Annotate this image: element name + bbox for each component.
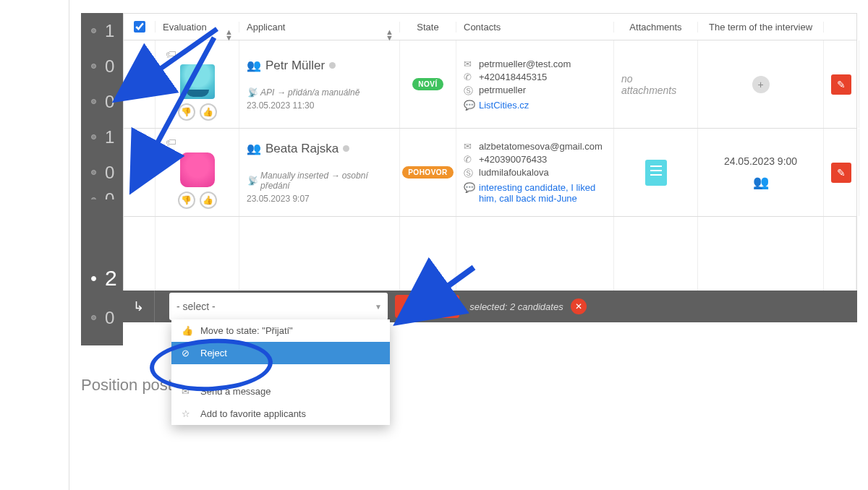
- chevron-right-icon: ›: [446, 301, 450, 312]
- table-row: 🏷 👎 👍 👥 Beata Rajska 📡Manu: [123, 129, 857, 217]
- edit-button[interactable]: ✎: [831, 163, 851, 183]
- stage-count: 0: [105, 92, 114, 112]
- applicant-source: Manually inserted → osobní předání: [260, 171, 392, 191]
- th-contacts: Contacts: [464, 22, 501, 33]
- applicant-date: 23.05.2023 11:30: [247, 100, 392, 111]
- bulk-action-bar: ↳ - select - ▼ Execute › selected: 2 can…: [123, 291, 857, 322]
- applicant-source: API → přidán/a manuálně: [260, 87, 359, 98]
- avatar[interactable]: [180, 152, 215, 187]
- contact-phone[interactable]: +420390076433: [479, 154, 547, 165]
- stage-count: 0: [105, 308, 114, 328]
- tag-icon[interactable]: 🏷: [166, 136, 176, 148]
- state-badge: NOVÍ: [412, 78, 443, 90]
- add-interview-button[interactable]: +: [752, 76, 770, 93]
- avatar[interactable]: [180, 64, 215, 99]
- edit-button[interactable]: ✎: [831, 74, 851, 95]
- skype-icon: Ⓢ: [464, 167, 475, 180]
- people-icon: 👥: [247, 142, 261, 155]
- applicant-date: 23.05.2023 9:07: [247, 194, 392, 204]
- phone-icon: ✆: [464, 154, 475, 165]
- row-checkbox[interactable]: [134, 79, 145, 90]
- chevron-down-icon: ▼: [375, 303, 382, 311]
- stage-item[interactable]: 0: [81, 155, 123, 190]
- contact-skype[interactable]: petrmueller: [479, 85, 526, 95]
- thumbs-up-icon: 👍: [182, 325, 193, 336]
- dropdown-option[interactable]: ☆ Add to favorite applicants: [171, 403, 390, 425]
- state-badge: POHOVOR: [402, 166, 454, 179]
- thumbs-down-icon[interactable]: 👎: [178, 192, 195, 209]
- option-label: Add to favorite applicants: [200, 408, 306, 419]
- stage-item[interactable]: 0: [81, 84, 123, 119]
- contact-note[interactable]: interesting candidate, I liked him, call…: [479, 182, 606, 204]
- th-evaluation[interactable]: Evaluation: [163, 22, 207, 33]
- contact-note[interactable]: ListCities.cz: [479, 100, 529, 111]
- thumbs-down-icon[interactable]: 👎: [178, 103, 195, 121]
- envelope-icon: ✉: [464, 141, 475, 152]
- th-applicant[interactable]: Applicant: [247, 22, 285, 33]
- rss-icon: 📡: [247, 87, 258, 98]
- attachment-doc-icon[interactable]: [645, 160, 667, 186]
- contact-email[interactable]: petrmueller@test.com: [479, 59, 571, 69]
- phone-icon: ✆: [464, 72, 475, 82]
- contact-email[interactable]: alzbetatomesova@gmail.com: [479, 141, 603, 152]
- select-all-checkbox[interactable]: [134, 21, 145, 33]
- stage-count: 1: [105, 127, 114, 147]
- star-icon: ☆: [182, 408, 193, 419]
- people-icon: 👥: [247, 59, 261, 72]
- tag-icon[interactable]: 🏷: [166, 48, 176, 60]
- stage-item[interactable]: 1: [81, 119, 123, 155]
- th-attachments: Attachments: [629, 22, 681, 33]
- comment-icon: 💬: [464, 182, 475, 193]
- bulk-action-select[interactable]: - select - ▼: [169, 293, 388, 320]
- dropdown-option[interactable]: 👍 Move to state: "Přijatí": [171, 319, 390, 342]
- contact-skype[interactable]: ludmilafoukalova: [479, 167, 549, 178]
- skype-icon: Ⓢ: [464, 85, 475, 98]
- stage-count: 0: [105, 163, 114, 183]
- stage-count: 0: [105, 56, 114, 77]
- table-header-row: Evaluation▲▼ Applicant▲▼ State Contacts …: [123, 13, 857, 40]
- left-gutter: [0, 0, 69, 490]
- thumbs-up-icon[interactable]: 👍: [200, 103, 217, 121]
- applicant-name[interactable]: Petr Müller: [265, 59, 325, 73]
- stage-item[interactable]: 0: [81, 48, 123, 84]
- option-label: Move to state: "Přijatí": [200, 325, 293, 336]
- th-state: State: [417, 22, 438, 33]
- attachments-none: no attachments: [621, 73, 690, 96]
- thumbs-up-icon[interactable]: 👍: [200, 192, 217, 209]
- sort-icon[interactable]: ▲▼: [225, 29, 233, 40]
- contact-phone[interactable]: +420418445315: [479, 72, 547, 82]
- comment-icon: 💬: [464, 100, 475, 111]
- clear-selection-button[interactable]: ✕: [571, 298, 587, 314]
- stage-item[interactable]: 1: [81, 13, 123, 48]
- stage-item[interactable]: 0: [81, 300, 123, 335]
- envelope-icon: ✉: [464, 59, 475, 69]
- status-dot-icon: [343, 145, 349, 152]
- bulk-indicator-icon: ↳: [123, 291, 155, 322]
- stage-count: 1: [105, 21, 114, 41]
- table-row: 🏷 👎 👍 👥 Petr Müller 📡API →: [123, 40, 857, 129]
- row-checkbox[interactable]: [134, 167, 145, 179]
- stage-item-active[interactable]: 2: [81, 257, 123, 300]
- status-dot-icon: [329, 62, 336, 69]
- interview-date: 24.05.2023 9:00: [724, 155, 797, 167]
- interview-people-icon[interactable]: 👥: [753, 174, 769, 190]
- select-placeholder: - select -: [176, 301, 216, 312]
- applicant-name[interactable]: Beata Rajska: [265, 142, 339, 156]
- sort-icon[interactable]: ▲▼: [386, 29, 393, 40]
- stage-count: 2: [105, 266, 117, 291]
- th-interview: The term of the interview: [709, 22, 812, 33]
- selected-count: selected: 2 candidates: [469, 301, 563, 312]
- stage-sidebar-lower: 2 0: [81, 199, 123, 335]
- execute-label: Execute: [405, 301, 442, 312]
- rss-icon: 📡: [247, 176, 258, 186]
- execute-button[interactable]: Execute ›: [395, 295, 459, 318]
